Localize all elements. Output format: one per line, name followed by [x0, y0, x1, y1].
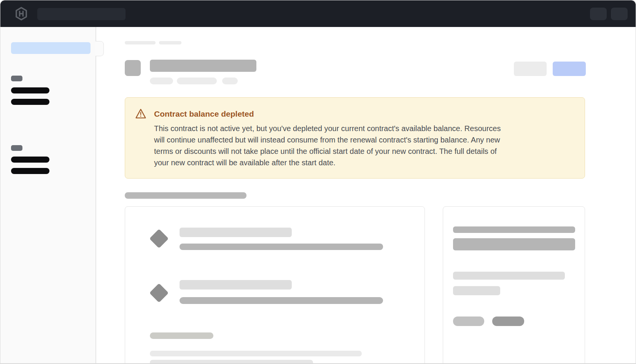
navbar-button-2[interactable] — [611, 8, 628, 20]
breadcrumb-item[interactable] — [159, 41, 181, 44]
placeholder-bar — [180, 244, 383, 250]
global-search-input[interactable] — [37, 8, 126, 20]
placeholder-bar — [453, 226, 575, 233]
placeholder-bar — [180, 280, 292, 290]
warning-triangle-icon — [135, 108, 146, 119]
sidebar-section-label — [11, 145, 22, 151]
navbar-button-1[interactable] — [590, 8, 607, 20]
sidebar-item[interactable] — [11, 168, 49, 174]
sidebar-item[interactable] — [11, 157, 49, 163]
placeholder-bar — [180, 297, 383, 304]
primary-action-button[interactable] — [553, 62, 586, 76]
placeholder-pill — [150, 332, 213, 339]
breadcrumb-item[interactable] — [125, 41, 156, 44]
page-meta-badge — [177, 78, 217, 84]
alert-body-line: This contract is not active yet, but you… — [154, 123, 501, 134]
section-title-placeholder — [125, 192, 246, 199]
top-navbar — [0, 0, 636, 27]
alert-body-line: will continue unaffected but will instea… — [154, 134, 501, 146]
sidebar-item[interactable] — [11, 99, 49, 105]
page-title-placeholder — [150, 60, 256, 72]
placeholder-pill — [492, 317, 524, 326]
alert-body-line: terms or discounts will not take place u… — [154, 146, 501, 157]
placeholder-bar — [150, 351, 362, 356]
placeholder-bar — [453, 272, 565, 280]
page-meta-badge — [222, 78, 238, 84]
placeholder-bar — [453, 238, 575, 250]
page-icon — [125, 60, 141, 76]
sidebar-item[interactable] — [11, 87, 49, 93]
page-meta-badge — [150, 78, 173, 84]
placeholder-bar — [453, 286, 500, 295]
hashicorp-logo-icon[interactable] — [15, 7, 28, 21]
placeholder-pill — [453, 317, 484, 326]
sidebar-active-item[interactable] — [11, 42, 91, 54]
secondary-action-button[interactable] — [514, 62, 547, 76]
warning-alert: Contract balance depleted This contract … — [125, 97, 585, 179]
sidebar-section-label — [11, 76, 22, 81]
sidebar — [0, 27, 96, 364]
alert-body-line: your new contract will be available afte… — [154, 157, 501, 168]
placeholder-bar — [180, 228, 292, 237]
sidebar-collapse-handle[interactable] — [95, 41, 104, 56]
app-window: Contract balance depleted This contract … — [0, 0, 636, 364]
alert-title: Contract balance depleted — [154, 110, 254, 118]
alert-body: This contract is not active yet, but you… — [154, 123, 501, 168]
